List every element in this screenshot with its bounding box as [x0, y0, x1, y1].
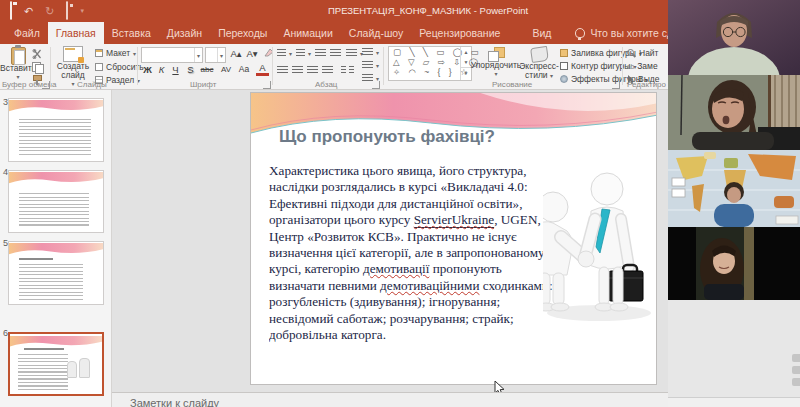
- window-title: ПРЕЗЕНТАЦІЯ_КОНФ_МАЗНИК - PowerPoint: [328, 0, 528, 22]
- video-panel-footer: [668, 398, 800, 407]
- find-button[interactable]: Найт: [627, 48, 659, 58]
- font-size-combo[interactable]: ▾: [205, 47, 226, 63]
- slide-thumbnail-3[interactable]: [8, 98, 104, 162]
- tab-review[interactable]: Рецензирование: [411, 22, 508, 44]
- shapes-row[interactable]: ▢ ╲ ╲ ▭ ◯ ▭: [389, 47, 471, 57]
- undo-icon[interactable]: ↶: [24, 0, 33, 22]
- font-name-combo[interactable]: ▾: [141, 47, 203, 63]
- save-icon[interactable]: [10, 2, 12, 20]
- tab-insert[interactable]: Вставка: [104, 22, 159, 44]
- handshake-image[interactable]: [543, 157, 655, 329]
- slide-body-text[interactable]: Характеристика цього явища, його структу…: [269, 163, 553, 343]
- body-link-servierukraine[interactable]: ServierUkraine: [414, 212, 495, 228]
- align-center-button[interactable]: [292, 66, 303, 75]
- thumbnail-text-lines: [19, 119, 91, 157]
- tab-animations[interactable]: Анимации: [275, 22, 340, 44]
- shapes-row[interactable]: ✧ ◠ ~ { } ☆: [389, 67, 471, 77]
- arrange-button[interactable]: Упорядочить▾: [474, 47, 518, 79]
- tab-view[interactable]: Вид: [524, 22, 559, 44]
- group-divider: [137, 47, 138, 85]
- change-case-button[interactable]: Aa: [236, 63, 252, 76]
- shapes-gallery[interactable]: ▢ ╲ ╲ ▭ ◯ ▭ △ ▽ ▱ ⇨ ⇩ ◯ ✧ ◠ ~ { } ☆ ▲ ▼ …: [388, 46, 472, 81]
- layout-button[interactable]: Макет▾: [95, 48, 136, 58]
- thumbnail-title-line: [19, 258, 53, 260]
- shape-outline-button[interactable]: Контур фигуры▾: [560, 61, 636, 71]
- font-color-button[interactable]: А: [256, 63, 269, 76]
- slide-canvas[interactable]: Що пропонують фахівці? Характеристика ць…: [250, 92, 657, 385]
- slide-thumbnail-4[interactable]: [8, 170, 104, 233]
- character-spacing-button[interactable]: AV: [218, 63, 234, 76]
- quick-styles-icon: [530, 46, 549, 63]
- webcam-tile-1[interactable]: [668, 0, 800, 75]
- bullets-icon: [277, 49, 286, 58]
- grow-font-button[interactable]: А▴: [228, 47, 244, 60]
- tab-file[interactable]: Файл: [6, 22, 48, 44]
- bullets-button[interactable]: ▾: [277, 49, 292, 58]
- align-text-button[interactable]: ▾: [362, 61, 379, 70]
- replace-button[interactable]: ab Заме: [627, 61, 658, 71]
- shape-outline-icon: [560, 62, 568, 70]
- start-slideshow-icon[interactable]: [66, 2, 68, 20]
- decrease-indent-button[interactable]: [315, 49, 326, 58]
- spellcheck-word: демотиваційними: [380, 278, 479, 293]
- quick-access-toolbar: ↶ ↻ ▾: [0, 0, 84, 22]
- drawing-dialog-launcher-icon[interactable]: [612, 81, 620, 89]
- notes-panel[interactable]: Заметки к слайду: [112, 392, 668, 407]
- tab-transitions[interactable]: Переходы: [210, 22, 275, 44]
- thumbnail-title-line: [24, 348, 64, 350]
- justify-button[interactable]: [322, 66, 333, 75]
- copy-button[interactable]: [32, 62, 42, 72]
- redo-icon[interactable]: ↻: [45, 0, 54, 22]
- paragraph-group-label: Абзац: [315, 80, 337, 89]
- tab-design[interactable]: Дизайн: [159, 22, 210, 44]
- shrink-font-button[interactable]: А▾: [244, 47, 260, 60]
- quick-styles-button[interactable]: Экспресс- стили ▾: [520, 47, 558, 81]
- text-direction-button[interactable]: ▾: [362, 48, 379, 57]
- tab-slideshow[interactable]: Слайд-шоу: [341, 22, 411, 44]
- shape-fill-icon: [560, 49, 568, 57]
- underline-button[interactable]: Ч: [169, 63, 182, 76]
- paste-button[interactable]: Вставить▾: [4, 46, 32, 82]
- scissors-icon: [32, 49, 42, 59]
- shapes-row[interactable]: △ ▽ ▱ ⇨ ⇩ ◯: [389, 57, 471, 67]
- thumbnail-text-lines: [19, 193, 89, 227]
- justify-icon: [322, 66, 333, 75]
- participant-video-3: [668, 150, 800, 227]
- clipped-sidebar-icon[interactable]: [792, 378, 800, 386]
- new-slide-icon: [63, 46, 83, 62]
- columns-icon: [341, 66, 346, 75]
- line-spacing-button[interactable]: ▾: [346, 49, 363, 58]
- tab-home[interactable]: Главная: [48, 22, 104, 44]
- gallery-scroll-down-icon[interactable]: ▼: [461, 57, 471, 67]
- font-dialog-launcher-icon[interactable]: [263, 81, 271, 89]
- bold-button[interactable]: Ж: [141, 63, 154, 76]
- text-shadow-button[interactable]: S: [184, 63, 197, 76]
- paragraph-dialog-launcher-icon[interactable]: [372, 81, 380, 89]
- slide-thumbnail-5[interactable]: [8, 241, 104, 305]
- gallery-more-icon[interactable]: ▼: [461, 67, 471, 78]
- gallery-scrollbar[interactable]: ▲ ▼ ▼: [460, 47, 471, 80]
- webcam-tile-2[interactable]: [668, 75, 800, 150]
- slide-title[interactable]: Що пропонують фахівці?: [279, 127, 495, 147]
- clear-formatting-button[interactable]: [262, 47, 275, 60]
- align-left-button[interactable]: [277, 66, 288, 75]
- cut-button[interactable]: [32, 49, 42, 59]
- qat-menu-caret-icon[interactable]: ▾: [80, 0, 84, 22]
- layout-icon: [95, 49, 103, 57]
- webcam-tile-4[interactable]: [668, 227, 800, 300]
- gallery-scroll-up-icon[interactable]: ▲: [461, 47, 471, 57]
- clipped-sidebar-icon[interactable]: [792, 366, 800, 374]
- copy-icon: [32, 62, 42, 72]
- group-divider: [50, 47, 51, 85]
- webcam-tile-3[interactable]: [668, 150, 800, 227]
- clipboard-dialog-launcher-icon[interactable]: [42, 81, 50, 89]
- italic-button[interactable]: К: [155, 63, 168, 76]
- slide-thumbnail-6-selected[interactable]: [8, 332, 104, 396]
- align-right-button[interactable]: [307, 66, 318, 75]
- clipped-sidebar-icon[interactable]: [792, 354, 800, 362]
- strikethrough-button[interactable]: abc: [198, 63, 216, 76]
- increase-indent-button[interactable]: [330, 49, 341, 58]
- columns-icon: [349, 66, 354, 75]
- columns-button[interactable]: [341, 66, 354, 75]
- numbering-button[interactable]: ▾: [296, 49, 311, 58]
